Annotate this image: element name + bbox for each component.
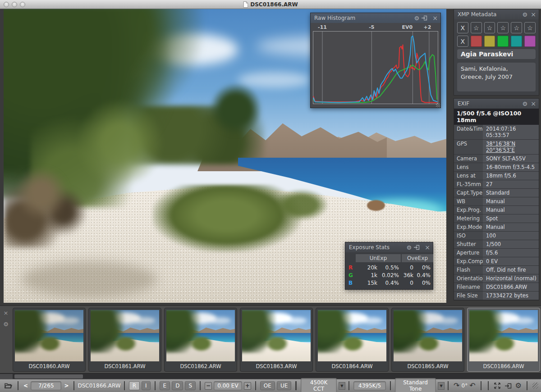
statusbar-filename: DSC01866.ARW — [78, 383, 120, 389]
underexposure-button[interactable]: UE — [277, 381, 291, 390]
exif-field-value: 27 — [483, 180, 539, 188]
exif-row: Exp.Mode Manual — [454, 223, 539, 232]
star-rating-button-4[interactable]: ☆ — [511, 22, 522, 33]
filmstrip-thumbnail[interactable]: DSC01865.ARW — [391, 308, 464, 372]
scrollbar-cap — [0, 374, 13, 379]
filmstrip-thumbnail[interactable]: DSC01861.ARW — [88, 308, 161, 372]
gear-icon[interactable]: ⚙ — [414, 15, 420, 21]
gear-icon[interactable]: ⚙ — [523, 101, 528, 107]
scrollbar-thumb[interactable] — [14, 374, 83, 378]
exif-field-label: Orientation — [454, 274, 483, 283]
exif-field-label: ISO — [454, 232, 483, 240]
channel-label: R — [347, 264, 355, 271]
unexp-count: 1k — [355, 272, 377, 278]
tone-curve-field[interactable]: Standard Tone — [395, 378, 436, 392]
tone-dropdown-button[interactable]: ▼ — [438, 382, 445, 390]
zoom-window-button[interactable] — [20, 2, 25, 7]
close-icon[interactable]: × — [531, 11, 536, 18]
overexposure-button[interactable]: OE — [260, 381, 275, 390]
exif-row: Metering Spot — [454, 214, 539, 223]
filmstrip-thumbnail[interactable]: DSC01862.ARW — [164, 308, 237, 372]
exif-field-value: SONY SLT-A55V — [483, 155, 539, 163]
clear-label-button[interactable]: X — [457, 36, 468, 47]
close-icon[interactable]: × — [4, 310, 9, 316]
exif-field-value: Manual — [483, 197, 539, 205]
xmp-description-field[interactable]: Sami, Kefalonia, Greece, July 2007 — [457, 63, 536, 91]
shadows-overlay-button[interactable]: S — [185, 381, 196, 390]
color-label-purple[interactable] — [524, 36, 536, 47]
ev-plus-button[interactable]: + — [244, 382, 251, 390]
column-header-unexp: UnExp — [356, 254, 401, 262]
histogram-axis-tick: -11 — [318, 24, 327, 30]
filmstrip-thumbnail[interactable]: DSC01863.ARW — [240, 308, 313, 372]
color-label-red[interactable] — [471, 36, 482, 47]
close-icon[interactable]: × — [531, 100, 536, 107]
filmstrip-thumbnail[interactable]: DSC01860.ARW — [13, 308, 86, 372]
minimize-window-button[interactable] — [12, 2, 17, 7]
thumbnail-filename: DSC01865.ARW — [392, 363, 464, 369]
oveexp-percent: 0% — [413, 280, 431, 286]
gear-icon[interactable]: ⚙ — [523, 12, 528, 18]
xmp-title-field[interactable]: Agia Paraskevi — [457, 49, 536, 59]
color-label-green[interactable] — [497, 36, 509, 47]
dock-panel-icon[interactable] — [412, 245, 422, 250]
color-label-row: X — [457, 36, 536, 47]
raw-mode-button[interactable]: R — [129, 381, 140, 390]
star-rating-button-5[interactable]: ☆ — [524, 22, 536, 33]
filmstrip: × ⚙ DSC01860.ARW DSC01861.ARW — [0, 305, 541, 373]
details-overlay-button[interactable]: D — [172, 381, 183, 390]
close-icon[interactable]: × — [425, 244, 430, 251]
color-temp-field[interactable]: 4395K/5 — [353, 381, 386, 390]
dock-panel-icon[interactable] — [503, 383, 513, 389]
filmstrip-scrollbar[interactable] — [0, 373, 541, 379]
exif-panel-header[interactable]: EXIF ⚙ × — [454, 99, 539, 109]
filmstrip-thumbnail[interactable]: DSC01866.ARW — [467, 308, 540, 372]
oveexp-count: 36k — [399, 272, 413, 278]
wb-preset-field[interactable]: 4500K CCT — [301, 378, 337, 392]
exif-field-value: 16-80mm f/3.5-4.5 — [483, 163, 539, 171]
gear-icon[interactable]: ⚙ — [513, 382, 523, 389]
rating-row: X ☆ ☆ ☆ ☆ ☆ — [457, 22, 536, 33]
exif-field-label: Capt.Type — [454, 189, 483, 197]
exif-field-value: 1/500 — [483, 240, 539, 248]
exif-row: GPS 38°16′38″N 20°36′53″E — [454, 140, 539, 155]
image-position-field[interactable]: 7/265 — [31, 381, 61, 390]
exif-field-value[interactable]: 38°16′38″N 20°36′53″E — [483, 140, 539, 154]
panel-title: Exposure Stats — [349, 244, 403, 251]
next-image-button[interactable]: > — [62, 383, 70, 389]
gear-icon[interactable]: ⚙ — [407, 245, 412, 251]
star-rating-button-1[interactable]: ☆ — [471, 22, 482, 33]
fullscreen-icon[interactable] — [492, 382, 503, 389]
gear-icon[interactable]: ⚙ — [3, 321, 9, 328]
internal-jpeg-button[interactable]: I — [142, 381, 151, 390]
prev-image-button[interactable]: < — [22, 383, 30, 389]
dock-panel-icon[interactable] — [419, 15, 429, 21]
raw-histogram-header[interactable]: Raw Histogram ⚙ × — [311, 13, 440, 23]
exif-field-value: Manual — [483, 223, 539, 231]
wb-dropdown-button[interactable]: ▼ — [339, 382, 345, 390]
star-rating-button-3[interactable]: ☆ — [497, 22, 509, 33]
clear-rating-button[interactable]: X — [457, 22, 468, 33]
open-folder-button[interactable] — [3, 383, 14, 389]
exif-field-label: FL-35mm — [454, 180, 483, 188]
exposure-stats-table: UnExp OveExp R 20k 0.5% 0 0% G 1k 0.02% … — [345, 252, 433, 288]
thumb-cloud-shape — [59, 317, 79, 324]
exif-row: Aperture f/5.6 — [454, 249, 539, 257]
app-window: DSC01866.ARW Raw Histogram ⚙ × — [0, 0, 541, 392]
panel-resize-grip[interactable] — [436, 103, 440, 107]
rotate-ccw-icon[interactable]: ↶ — [468, 382, 477, 389]
ev-value-field[interactable]: 0.00 EV — [214, 381, 242, 390]
exposure-stats-header[interactable]: Exposure Stats ⚙ × — [345, 242, 433, 252]
ev-minus-button[interactable]: − — [205, 382, 212, 390]
color-label-teal[interactable] — [511, 36, 522, 47]
close-window-button[interactable] — [4, 2, 9, 7]
xmp-panel-header[interactable]: XMP Metadata ⚙ × — [454, 9, 539, 19]
exposure-overlay-button[interactable]: E — [160, 381, 170, 390]
star-rating-button-2[interactable]: ☆ — [484, 22, 495, 33]
color-label-yellow[interactable] — [484, 36, 495, 47]
close-icon[interactable]: × — [432, 15, 438, 21]
filmstrip-thumbnail[interactable]: DSC01864.ARW — [316, 308, 389, 372]
rotate-cw-icon[interactable]: ↷ — [452, 382, 461, 389]
window-resize-grip[interactable] — [532, 383, 538, 389]
exif-panel: EXIF ⚙ × 1/500 f/5.6 @ISO100 18mm Date&T… — [454, 98, 539, 301]
